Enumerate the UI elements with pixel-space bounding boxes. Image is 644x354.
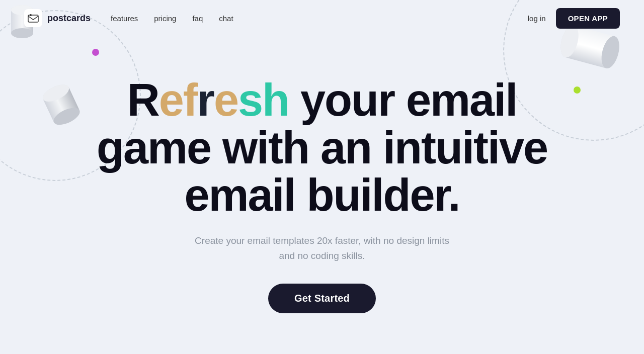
nav-links: features pricing faq chat: [111, 14, 233, 23]
refresh-word: Refresh: [127, 75, 300, 125]
navbar: postcards features pricing faq chat log …: [0, 0, 644, 36]
logo-icon: [24, 9, 42, 27]
hero-subtext: Create your email templates 20x faster, …: [191, 233, 453, 264]
hero-section: Refresh your emailgame with an intuitive…: [0, 36, 644, 313]
heading-r: r: [197, 75, 214, 125]
logo[interactable]: postcards: [24, 9, 91, 27]
get-started-button[interactable]: Get Started: [268, 284, 376, 313]
svg-rect-12: [28, 15, 38, 22]
login-link[interactable]: log in: [528, 14, 546, 23]
hero-heading: Refresh your emailgame with an intuitive…: [97, 76, 547, 219]
heading-e: e: [214, 75, 238, 125]
svg-point-13: [30, 14, 32, 16]
heading-sh: sh: [238, 75, 289, 125]
heading-ef: ef: [159, 75, 197, 125]
nav-right: log in OPEN APP: [528, 8, 620, 29]
nav-features[interactable]: features: [111, 14, 138, 23]
nav-faq[interactable]: faq: [192, 14, 203, 23]
logo-text: postcards: [47, 13, 91, 24]
nav-pricing[interactable]: pricing: [154, 14, 176, 23]
heading-R: R: [127, 75, 159, 125]
open-app-button[interactable]: OPEN APP: [556, 8, 620, 29]
nav-chat[interactable]: chat: [219, 14, 233, 23]
